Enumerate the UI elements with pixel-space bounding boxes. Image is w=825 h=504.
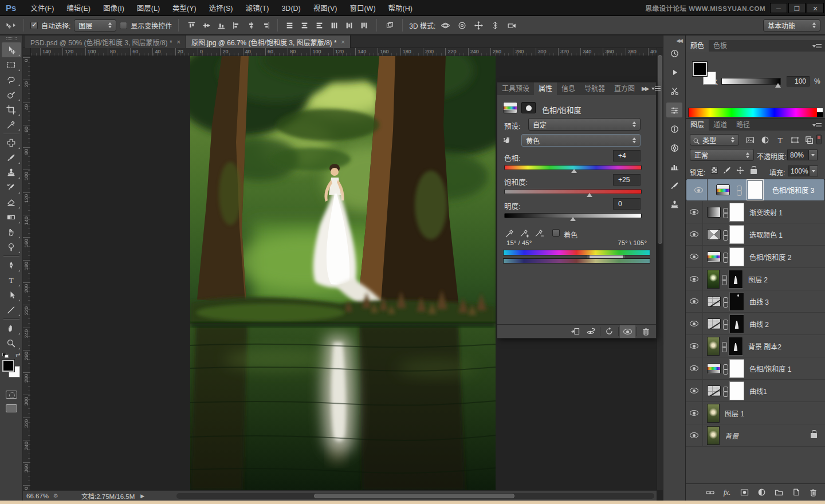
hue-slider-thumb[interactable] [571,166,577,173]
layer-row-10[interactable]: 曲线1 [686,380,825,402]
saturation-value-field[interactable]: +25 [613,174,641,186]
3d-roll-icon[interactable] [455,19,468,32]
link-layers-button[interactable] [704,487,716,498]
layer-filter-select[interactable]: 类型 [690,134,739,145]
type-tool[interactable]: T [2,273,21,288]
layer-mask-thumbnail[interactable] [729,292,744,311]
tab-layers[interactable]: 图层 [686,119,709,131]
3d-pan-icon[interactable] [472,19,485,32]
auto-select-target-select[interactable]: 图层 [74,19,116,32]
rectangular-marquee-tool[interactable] [2,57,21,72]
mask-badge-icon[interactable] [521,102,536,113]
dodge-tool[interactable] [2,239,21,254]
layer-visibility-toggle[interactable] [686,313,703,334]
pen-tool[interactable] [2,258,21,273]
document-tab-2[interactable]: 原图.jpg @ 66.7% (色相/饱和度 3, 图层蒙版/8) *× [186,36,351,48]
lock-position-icon[interactable] [736,166,745,175]
layer-row-9[interactable]: 色相/饱和度 1 [686,357,825,380]
ruler-origin-box[interactable] [23,48,31,56]
history-icon[interactable] [666,46,682,61]
eraser-tool[interactable] [2,195,21,210]
menu-item-7[interactable]: 3D(D) [275,5,307,13]
layer-thumbnail[interactable] [707,207,721,218]
layer-mask-thumbnail[interactable] [748,180,763,199]
horizontal-ruler[interactable]: 1401201008060402002040608010012014016018… [31,48,657,56]
gradient-tool[interactable] [2,210,21,225]
layer-row-1[interactable]: 色相/饱和度 3 [686,179,825,201]
eyedropper-subtract-icon[interactable] [533,227,545,239]
k-slider[interactable] [721,78,781,85]
collapse-panel-icon[interactable]: ▶▶ [639,82,650,95]
hue-slider[interactable] [504,165,642,170]
workspace-switcher[interactable]: 基本功能 [763,19,820,32]
layer-mask-thumbnail[interactable] [729,203,744,222]
swap-colors-icon[interactable]: ⇄ [15,352,20,358]
close-button[interactable]: ✕ [807,3,824,13]
current-tool-icon[interactable] [5,19,17,32]
menu-item-9[interactable]: 窗口(W) [343,5,382,13]
layer-row-5[interactable]: 图层 2 [686,268,825,290]
new-layer-button[interactable] [789,487,802,498]
tab-color[interactable]: 颜色 [686,40,709,52]
layer-mask-thumbnail[interactable] [729,225,744,244]
distribute-right-icon[interactable] [358,19,370,32]
layer-visibility-toggle[interactable] [690,179,708,200]
zoom-level-field[interactable]: 66.67% [23,493,53,499]
distribute-horizontal-centers-icon[interactable] [343,19,355,32]
align-vertical-centers-icon[interactable] [200,19,213,32]
history-brush-tool[interactable] [2,180,21,195]
menu-item-5[interactable]: 选择(S) [203,5,239,13]
saturation-slider-thumb[interactable] [587,190,592,197]
panel-menu-icon[interactable] [651,86,653,91]
tab-paths[interactable]: 路径 [732,119,755,131]
layer-mask-thumbnail[interactable] [729,247,744,266]
tab-info[interactable]: 信息 [557,82,580,95]
actions-icon[interactable] [666,65,682,80]
layer-thumbnail[interactable] [707,337,720,356]
show-transform-checkbox[interactable] [120,22,127,29]
hand-tool[interactable] [2,321,21,336]
layer-row-3[interactable]: 选取颜色 1 [686,223,825,246]
layer-visibility-toggle[interactable] [686,290,703,312]
menu-item-2[interactable]: 图像(I) [97,5,131,13]
default-colors-icon[interactable] [2,353,9,359]
hue-value-field[interactable]: +4 [613,150,641,162]
layer-visibility-toggle[interactable] [686,380,703,401]
navigator-icon[interactable] [666,140,682,155]
spot-healing-brush-tool[interactable] [2,135,21,150]
targeted-adjustment-tool[interactable] [503,135,513,147]
align-bottom-edges-icon[interactable] [215,19,227,32]
panel-menu-icon[interactable] [812,123,822,128]
distribute-vertical-centers-icon[interactable] [298,19,311,32]
layer-thumbnail[interactable] [707,270,720,289]
path-selection-tool[interactable] [2,288,21,302]
vertical-scrollbar-thumb[interactable] [658,55,662,244]
histogram-icon[interactable] [666,159,682,174]
layer-thumbnail[interactable] [707,385,721,396]
menu-item-10[interactable]: 帮助(H) [382,5,419,13]
move-tool[interactable] [2,42,21,57]
saturation-slider[interactable] [504,189,642,194]
panel-menu-icon[interactable] [812,44,822,49]
fill-dropdown-icon[interactable] [809,166,818,176]
document-image[interactable] [190,56,496,490]
color-spectrum-ramp[interactable] [688,108,823,117]
k-slider-thumb[interactable] [775,80,781,88]
filter-shape-layers-icon[interactable] [788,134,802,145]
status-flyout-icon[interactable]: ▶ [140,493,144,499]
layer-thumbnail[interactable] [707,426,720,445]
clone-stamp-tool[interactable] [2,165,21,180]
distribute-top-icon[interactable] [283,19,296,32]
menu-item-1[interactable]: 编辑(E) [60,5,97,13]
info-icon[interactable] [666,121,682,136]
expand-panels-icon[interactable]: ◀◀ [676,38,685,44]
filter-image-layers-icon[interactable] [743,134,757,145]
close-tab-icon[interactable]: × [177,38,180,45]
distribute-bottom-icon[interactable] [313,19,325,32]
quick-mask-button[interactable] [6,391,17,399]
3d-camera-icon[interactable] [505,19,518,32]
layer-row-4[interactable]: 色相/饱和度 2 [686,246,825,268]
filter-smart-objects-icon[interactable] [802,134,816,145]
menu-item-3[interactable]: 图层(L) [131,5,166,13]
align-horizontal-centers-icon[interactable] [245,19,257,32]
